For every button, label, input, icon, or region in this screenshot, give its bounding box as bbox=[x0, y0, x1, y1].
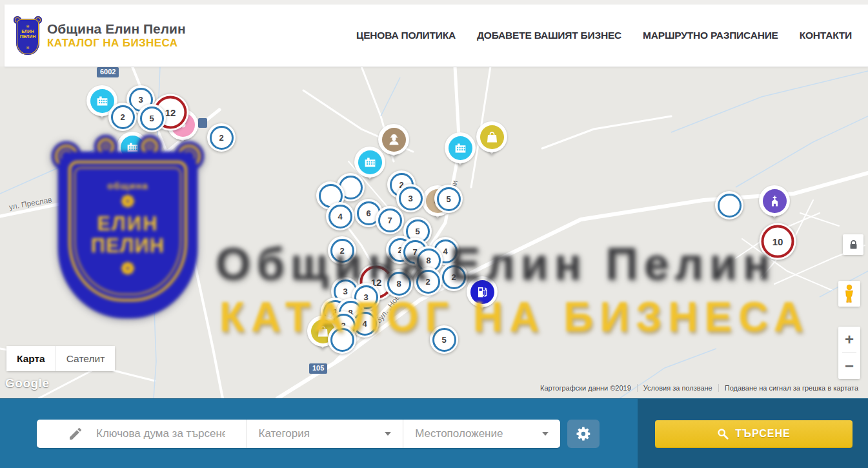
pegman-button[interactable] bbox=[838, 281, 860, 307]
map-marker-cluster[interactable]: 7 bbox=[376, 206, 404, 234]
search-field-group: Категория Местоположение bbox=[37, 420, 560, 448]
map-marker-pin-factory[interactable] bbox=[445, 132, 476, 163]
map-marker-pin-factory[interactable] bbox=[117, 132, 148, 163]
zoom-out-button[interactable]: − bbox=[838, 353, 860, 379]
zoom-in-button[interactable]: + bbox=[838, 327, 860, 352]
site-header: ✼ ЕЛИНПЕЛИН ✼ Община Елин Пелин КАТАЛОГ … bbox=[5, 5, 868, 67]
map-marker-cluster[interactable]: 4 bbox=[326, 202, 354, 230]
keyword-search-input[interactable] bbox=[95, 427, 227, 441]
factory-icon bbox=[358, 150, 382, 174]
factory-icon bbox=[449, 136, 472, 160]
map-marker-cluster[interactable]: 2 bbox=[439, 263, 468, 291]
location-select[interactable]: Местоположение bbox=[403, 420, 560, 448]
site-subtitle: КАТАЛОГ НА БИЗНЕСА bbox=[47, 37, 186, 50]
church-icon bbox=[763, 189, 787, 213]
lock-button[interactable] bbox=[843, 234, 863, 255]
map-type-map-button[interactable]: Карта bbox=[6, 346, 56, 371]
main-nav: ЦЕНОВА ПОЛИТИКАДОБАВЕТЕ ВАШИЯТ БИЗНЕСМАР… bbox=[356, 30, 852, 41]
advanced-settings-button[interactable] bbox=[567, 420, 600, 448]
gear-icon bbox=[575, 425, 592, 442]
nav-item-1[interactable]: ДОБАВЕТЕ ВАШИЯТ БИЗНЕС bbox=[477, 30, 621, 41]
map-marker-cluster[interactable]: 2 bbox=[414, 267, 442, 296]
worker-icon bbox=[382, 128, 406, 152]
fuel-pump-icon bbox=[470, 280, 494, 304]
pencil-icon bbox=[68, 426, 83, 442]
municipality-emblem-icon: ✼ ЕЛИНПЕЛИН ✼ bbox=[15, 16, 41, 55]
map-marker-cluster[interactable]: 5 bbox=[430, 325, 458, 354]
map-attribution: Картографски данни ©2019 Условия за полз… bbox=[534, 384, 864, 392]
nav-item-2[interactable]: МАРШРУТНО РАЗПИСАНИЕ bbox=[643, 30, 778, 41]
chevron-down-icon bbox=[542, 432, 549, 436]
map-marker-pin-shopping-bag[interactable] bbox=[476, 121, 507, 152]
category-select[interactable]: Категория bbox=[247, 420, 403, 448]
map-marker-cluster[interactable]: 3 bbox=[396, 184, 425, 212]
map-marker-cluster[interactable] bbox=[715, 191, 743, 219]
map-marker-cluster[interactable]: 8 bbox=[385, 269, 413, 298]
map-marker-pin-fuel-pump[interactable] bbox=[467, 276, 498, 307]
shopping-bag-icon bbox=[480, 125, 504, 149]
map-marker-cluster[interactable]: 5 bbox=[137, 104, 166, 132]
map-marker-cluster[interactable]: 2 bbox=[108, 103, 137, 131]
attribution-data-notice: Картографски данни ©2019 bbox=[534, 384, 637, 392]
pegman-icon bbox=[843, 284, 856, 303]
padlock-icon bbox=[849, 240, 858, 250]
road-badge: 6002 bbox=[97, 67, 119, 77]
map-marker-pin-church[interactable] bbox=[759, 185, 790, 216]
map-canvas[interactable]: ул. Преславбул. „Новоселции6002105 31225… bbox=[0, 66, 868, 398]
road-badge bbox=[198, 118, 207, 128]
map-marker-cluster[interactable]: 2 bbox=[207, 123, 236, 152]
map-marker-cluster[interactable] bbox=[328, 325, 356, 354]
search-icon bbox=[717, 428, 729, 440]
search-button[interactable]: ТЪРСЕНЕ bbox=[655, 420, 853, 447]
google-logo[interactable]: Google bbox=[5, 376, 49, 391]
map-marker-cluster[interactable]: 10 bbox=[760, 223, 796, 260]
attribution-terms-link[interactable]: Условия за ползване bbox=[637, 384, 718, 392]
map-type-satellite-button[interactable]: Сателит bbox=[56, 346, 115, 371]
map-marker-cluster[interactable]: 2 bbox=[328, 236, 356, 265]
map-type-control: Карта Сателит bbox=[6, 346, 115, 371]
attribution-report-link[interactable]: Подаване на сигнал за грешка в картата bbox=[718, 384, 864, 392]
road-badge: 105 bbox=[309, 363, 327, 374]
nav-item-0[interactable]: ЦЕНОВА ПОЛИТИКА bbox=[356, 30, 456, 41]
site-title: Община Елин Пелин bbox=[47, 21, 186, 37]
map-marker-pin-factory[interactable] bbox=[354, 147, 385, 178]
map-marker-cluster[interactable]: 5 bbox=[434, 185, 463, 213]
site-logo[interactable]: ✼ ЕЛИНПЕЛИН ✼ Община Елин Пелин КАТАЛОГ … bbox=[15, 16, 186, 55]
nav-item-3[interactable]: КОНТАКТИ bbox=[800, 30, 852, 41]
chevron-down-icon bbox=[385, 432, 391, 436]
search-bar: Категория Местоположение ТЪРСЕНЕ bbox=[0, 398, 868, 468]
zoom-control: + − bbox=[838, 327, 860, 379]
keyword-segment bbox=[37, 420, 247, 448]
factory-icon bbox=[121, 136, 145, 159]
